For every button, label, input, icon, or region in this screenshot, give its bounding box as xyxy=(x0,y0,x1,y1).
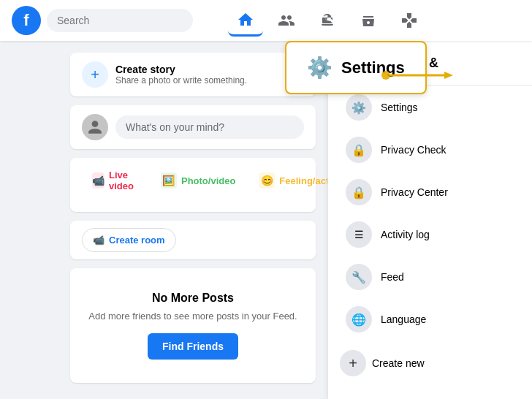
create-story-card: + Create story Share a photo or write so… xyxy=(70,53,316,96)
user-avatar xyxy=(82,114,108,140)
feeling-button[interactable]: 😊 Feeling/activity xyxy=(248,164,327,197)
svg-point-0 xyxy=(381,71,390,80)
feed-label: Feed xyxy=(381,271,404,283)
privacy-check-icon: 🔒 xyxy=(346,137,372,163)
create-new-label: Create new xyxy=(372,357,425,369)
navbar-left: f xyxy=(12,6,193,35)
navbar-center xyxy=(228,4,427,37)
menu-item-activity-log[interactable]: ☰ Activity log xyxy=(334,214,526,255)
create-room-button[interactable]: 📹 Create room xyxy=(82,228,176,252)
create-story-button[interactable]: + xyxy=(82,61,108,88)
privacy-center-icon: 🔒 xyxy=(346,179,372,205)
menu-item-privacy-check[interactable]: 🔒 Privacy Check xyxy=(334,129,526,170)
no-posts-card: No More Posts Add more friends to see mo… xyxy=(70,268,316,383)
language-icon: 🌐 xyxy=(346,306,372,332)
create-story-subtitle: Share a photo or write something. xyxy=(115,75,247,86)
photo-video-button[interactable]: 🖼️ Photo/video xyxy=(151,164,246,197)
feed: + Create story Share a photo or write so… xyxy=(58,41,327,399)
create-room-icon: 📹 xyxy=(93,235,104,246)
find-friends-button[interactable]: Find Friends xyxy=(148,333,238,360)
nav-gaming-button[interactable] xyxy=(392,4,427,37)
create-room-label: Create room xyxy=(109,235,165,246)
activity-log-icon: ☰ xyxy=(346,221,372,248)
settings-icon: ⚙️ xyxy=(346,94,372,121)
activity-log-label: Activity log xyxy=(381,229,430,240)
action-buttons-card: 📹 Live video 🖼️ Photo/video 😊 Feeling/ac… xyxy=(70,158,316,212)
menu-list: ⚙️ Settings 🔒 Privacy Check 🔒 Privacy Ce… xyxy=(328,87,532,340)
plus-icon: + xyxy=(340,350,366,376)
feeling-icon: 😊 xyxy=(259,172,275,189)
post-composer: What's on your mind? xyxy=(70,105,316,149)
privacy-center-label: Privacy Center xyxy=(381,186,448,198)
settings-label: Settings xyxy=(381,102,418,113)
feed-icon: 🔧 xyxy=(346,264,372,290)
language-label: Language xyxy=(381,314,426,325)
action-buttons-row: 📹 Live video 🖼️ Photo/video 😊 Feeling/ac… xyxy=(82,164,304,197)
no-posts-title: No More Posts xyxy=(82,292,304,305)
menu-item-language[interactable]: 🌐 Language xyxy=(334,299,526,340)
nav-marketplace-button[interactable] xyxy=(351,4,386,37)
nav-friends-button[interactable] xyxy=(269,4,304,37)
navbar: f xyxy=(0,0,532,41)
annotation-arrow xyxy=(380,64,453,86)
menu-item-privacy-center[interactable]: 🔒 Privacy Center xyxy=(334,172,526,213)
nav-watch-button[interactable] xyxy=(310,4,345,37)
main-content: + Create story Share a photo or write so… xyxy=(0,41,532,399)
create-new-section[interactable]: + Create new xyxy=(328,343,532,384)
no-posts-description: Add more friends to see more posts in yo… xyxy=(82,311,304,322)
svg-marker-2 xyxy=(444,72,453,79)
privacy-check-label: Privacy Check xyxy=(381,144,446,156)
nav-home-button[interactable] xyxy=(228,4,263,37)
create-room-card: 📹 Create room xyxy=(70,221,316,259)
search-input[interactable] xyxy=(47,9,193,32)
composer-input[interactable]: What's on your mind? xyxy=(115,115,304,139)
photo-video-label: Photo/video xyxy=(181,175,235,186)
settings-gear-icon: ⚙️ xyxy=(307,56,332,80)
create-story-title: Create story xyxy=(115,64,247,75)
live-video-label: Live video xyxy=(109,170,137,191)
photo-icon: 🖼️ xyxy=(161,172,177,189)
menu-item-feed[interactable]: 🔧 Feed xyxy=(334,256,526,297)
live-video-icon: 📹 xyxy=(92,172,104,189)
right-panel: ← Settings & ⚙️ Settings 🔒 Privacy Check… xyxy=(327,41,532,399)
live-video-button[interactable]: 📹 Live video xyxy=(82,164,148,197)
facebook-logo: f xyxy=(12,6,41,35)
left-sidebar xyxy=(0,41,58,399)
feeling-label: Feeling/activity xyxy=(279,175,327,186)
